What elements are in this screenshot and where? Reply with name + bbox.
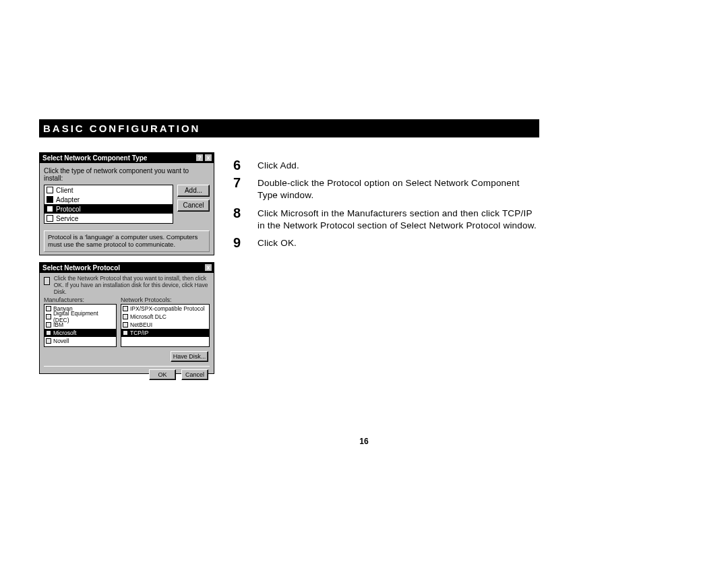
close-icon[interactable]: x [204,263,212,272]
protocols-list[interactable]: IPX/SPX-compatible Protocol Microsoft DL… [121,304,210,347]
list-item-label: IPX/SPX-compatible Protocol [130,305,205,312]
step-number: 6 [233,158,245,172]
step-list: 6 Click Add. 7 Double-click the Protocol… [233,158,537,253]
protocol-icon [123,330,128,336]
list-item[interactable]: Adapter [44,195,173,204]
component-type-list[interactable]: Client Adapter Protocol Service [44,185,173,224]
list-item-selected[interactable]: Microsoft [44,329,116,337]
step-item: 8 Click Microsoft in the Manufacturers s… [233,206,537,232]
step-number: 8 [233,206,245,232]
manufacturers-header: Manufacturers: [44,296,117,303]
cancel-button[interactable]: Cancel [181,369,208,380]
dialog-select-component-type: Select Network Component Type ? x Click … [39,152,214,255]
list-item-selected[interactable]: TCP/IP [121,329,209,337]
list-item[interactable]: IPX/SPX-compatible Protocol [121,305,209,313]
help-icon[interactable]: ? [195,154,204,162]
vendor-icon [46,330,51,336]
vendor-icon [46,306,51,311]
page-number: 16 [0,437,728,446]
list-item-label: Novell [53,338,69,344]
step-text: Click Add. [257,158,537,172]
list-item-label: Protocol [56,206,81,213]
list-item-label: Client [56,187,73,194]
dialog-title: Select Network Component Type [42,154,147,162]
list-item-label: Microsoft [53,330,76,336]
vendor-icon [46,322,51,327]
screenshots-column: Select Network Component Type ? x Click … [39,152,214,374]
cancel-button[interactable]: Cancel [177,199,210,212]
protocol-icon [123,322,128,327]
service-icon [47,215,53,222]
vendor-icon [46,346,51,347]
list-item[interactable]: NetBEUI [121,321,209,329]
hint-box: Protocol is a 'language' a computer uses… [44,230,210,252]
dialog-prompt: Click the type of network component you … [40,163,214,185]
vendor-icon [46,338,51,344]
client-icon [47,187,53,193]
add-button[interactable]: Add... [177,185,210,197]
list-item[interactable]: Microsoft DLC [121,313,209,321]
protocol-icon [47,206,53,212]
list-item[interactable]: Novell [44,337,116,345]
step-text: Click OK. [257,236,537,249]
step-item: 9 Click OK. [233,236,537,249]
titlebar: Select Network Protocol x [40,263,214,273]
titlebar: Select Network Component Type ? x [40,153,214,163]
list-item[interactable]: Digital Equipment (DEC) [44,313,116,321]
list-item-label: NetBEUI [130,321,152,328]
list-item-label: Microsoft DLC [130,313,166,320]
protocol-icon [123,314,128,319]
protocols-header: Network Protocols: [121,296,210,303]
step-number: 7 [233,176,245,201]
protocol-icon [123,306,128,311]
manufacturers-list[interactable]: Banyan Digital Equipment (DEC) IBM Micro… [44,304,117,347]
separator [44,366,210,367]
step-item: 7 Double-click the Protocol option on Se… [233,176,537,201]
section-header: BASIC CONFIGURATION [39,119,539,137]
dialog-select-network-protocol: Select Network Protocol x Click the Netw… [39,262,214,374]
ok-button[interactable]: OK [149,369,176,380]
list-item[interactable]: Service [44,214,173,223]
list-item-label: TCP/IP [130,330,148,336]
list-item-label: Adapter [56,196,80,204]
dialog-title: Select Network Protocol [42,264,120,272]
list-item[interactable]: SunSoft [44,345,116,347]
list-item-selected[interactable]: Protocol [44,204,173,214]
adapter-icon [47,196,53,203]
close-icon[interactable]: x [204,154,212,162]
list-item-label: IBM [53,321,63,328]
have-disk-button[interactable]: Have Disk... [171,351,208,362]
list-item-label: Service [56,215,78,222]
dialog-instruction: Click the Network Protocol that you want… [54,276,210,295]
list-item[interactable]: Client [44,185,173,195]
vendor-icon [46,314,51,319]
step-number: 9 [233,236,245,249]
network-icon [44,276,50,285]
step-text: Double-click the Protocol option on Sele… [257,176,537,201]
step-text: Click Microsoft in the Manufacturers sec… [257,206,537,232]
step-item: 6 Click Add. [233,158,537,172]
list-item-label: SunSoft [53,346,73,347]
